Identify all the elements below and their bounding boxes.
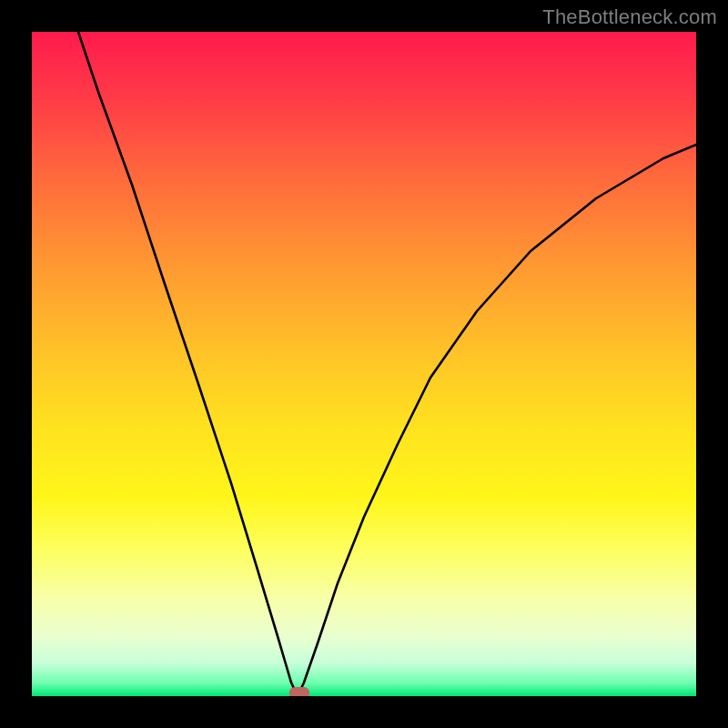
curve-svg — [32, 32, 696, 696]
bottleneck-curve — [78, 32, 696, 696]
minimum-marker — [289, 687, 309, 696]
watermark-text: TheBottleneck.com — [542, 5, 717, 29]
plot-area — [32, 32, 696, 696]
chart-frame: TheBottleneck.com — [0, 0, 728, 728]
